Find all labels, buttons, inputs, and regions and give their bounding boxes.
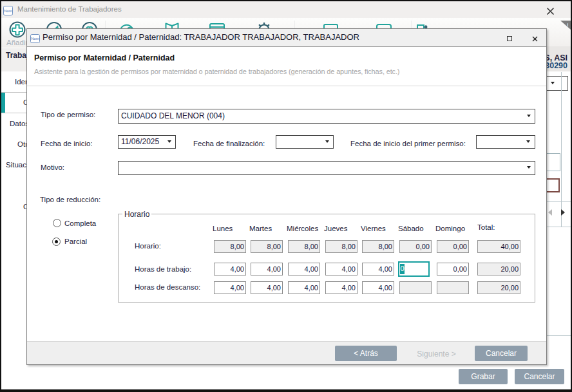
svg-text:i: i: [567, 22, 568, 28]
